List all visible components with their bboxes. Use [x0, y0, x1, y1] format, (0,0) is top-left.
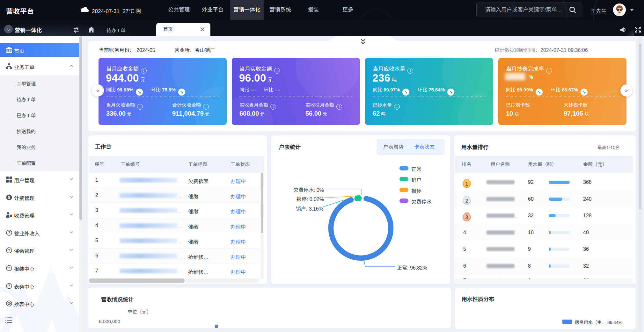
svg-text:?: ?: [8, 248, 10, 252]
svg-text:2: 2: [465, 198, 468, 203]
svg-text:1: 1: [465, 181, 468, 187]
svg-text:?: ?: [8, 266, 10, 270]
svg-text:?: ?: [8, 231, 10, 235]
svg-text:3: 3: [465, 215, 468, 220]
svg-text:?: ?: [8, 284, 10, 288]
svg-text:S: S: [8, 195, 10, 200]
